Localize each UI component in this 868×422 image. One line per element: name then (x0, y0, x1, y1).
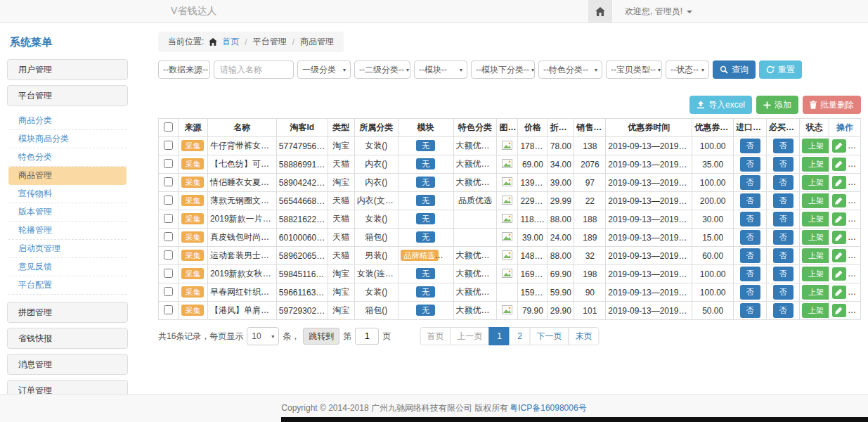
cell-must-buy: 否 (767, 155, 800, 174)
row-checkbox[interactable] (164, 177, 173, 186)
sidebar-item-意见反馈[interactable]: 意见反馈 (8, 258, 127, 276)
row-checkbox[interactable] (164, 159, 173, 168)
page-button-2[interactable]: 2 (510, 327, 531, 345)
status-button[interactable]: 上架 (802, 248, 829, 263)
filter-select-4[interactable]: --二级分类--▾ (354, 60, 410, 79)
must-buy-toggle-button[interactable]: 否 (773, 267, 793, 281)
sidebar-group-3[interactable]: 拼团管理 (7, 302, 128, 323)
must-buy-toggle-button[interactable]: 否 (773, 139, 793, 153)
sidebar-group-1[interactable]: 用户管理 (7, 59, 128, 80)
edit-button[interactable] (832, 158, 846, 171)
sidebar-item-特色分类[interactable]: 特色分类 (8, 148, 127, 167)
module-badge: 无 (416, 177, 435, 188)
edit-button[interactable] (832, 194, 846, 207)
sidebar-item-宣传物料[interactable]: 宣传物料 (8, 185, 127, 203)
status-button[interactable]: 上架 (802, 303, 829, 318)
sidebar-item-商品管理[interactable]: 商品管理 (8, 167, 127, 185)
must-buy-toggle-button[interactable]: 否 (773, 285, 793, 300)
filter-select-label: --二级分类-- (359, 64, 404, 76)
must-buy-toggle-button[interactable]: 否 (773, 212, 793, 226)
cell-must-buy: 否 (767, 283, 800, 302)
import-toggle-button[interactable]: 否 (740, 285, 760, 300)
edit-button[interactable] (832, 231, 846, 244)
row-checkbox[interactable] (164, 232, 173, 241)
import-toggle-button[interactable]: 否 (740, 248, 760, 263)
import-toggle-button[interactable]: 否 (740, 303, 760, 318)
sidebar-item-版本管理[interactable]: 版本管理 (8, 203, 127, 222)
sidebar-group-2[interactable]: 平台管理 (7, 85, 128, 106)
sidebar-item-启动页管理[interactable]: 启动页管理 (8, 240, 127, 258)
import-toggle-button[interactable]: 否 (740, 139, 760, 153)
cell-discount-price: 29.99 (548, 192, 574, 210)
row-checkbox[interactable] (164, 250, 173, 260)
edit-button[interactable] (832, 286, 846, 299)
icp-link[interactable]: 粤ICP备16098006号 (510, 402, 586, 414)
must-buy-toggle-button[interactable]: 否 (773, 303, 793, 318)
batch-delete-button[interactable]: 批量删除 (803, 96, 861, 114)
filter-select-9[interactable]: --状态--▾ (666, 60, 709, 79)
page-button-1[interactable]: 1 (489, 327, 510, 345)
must-buy-toggle-button[interactable]: 否 (773, 175, 793, 190)
import-excel-button[interactable]: 导入excel (689, 96, 752, 114)
user-menu[interactable]: 欢迎您, 管理员! (612, 6, 699, 18)
import-toggle-button[interactable]: 否 (740, 267, 760, 281)
edit-button[interactable] (832, 176, 846, 189)
status-button[interactable]: 上架 (802, 285, 829, 300)
row-checkbox[interactable] (164, 196, 173, 205)
sidebar-item-商品分类[interactable]: 商品分类 (8, 112, 127, 130)
jump-button[interactable]: 跳转到 (303, 328, 339, 345)
search-button[interactable]: 查询 (713, 60, 756, 79)
status-button[interactable]: 上架 (802, 212, 829, 226)
sidebar-item-模块商品分类[interactable]: 模块商品分类 (8, 130, 127, 148)
filter-select-6[interactable]: --模块下分类--▾ (471, 60, 535, 79)
status-button[interactable]: 上架 (802, 139, 829, 153)
select-all-checkbox[interactable] (164, 122, 173, 132)
sidebar-item-轮播管理[interactable]: 轮播管理 (8, 222, 127, 240)
import-toggle-button[interactable]: 否 (740, 157, 760, 172)
row-checkbox[interactable] (164, 214, 173, 223)
edit-button[interactable] (832, 267, 846, 281)
page-button-末页[interactable]: 末页 (569, 327, 600, 345)
import-toggle-button[interactable]: 否 (740, 175, 760, 190)
filter-select-3[interactable]: 一级分类▾ (297, 60, 351, 79)
add-button[interactable]: 添加 (756, 96, 798, 114)
row-checkbox[interactable] (164, 287, 173, 296)
search-name-input[interactable] (214, 60, 294, 79)
row-checkbox[interactable] (164, 305, 173, 314)
page-size-select[interactable]: 10 ▾ (247, 327, 279, 345)
page-button-下一页[interactable]: 下一页 (530, 327, 569, 345)
must-buy-toggle-button[interactable]: 否 (773, 193, 793, 208)
filter-select-7[interactable]: --特色分类--▾ (538, 60, 602, 79)
jump-page-input[interactable] (355, 328, 379, 345)
status-button[interactable]: 上架 (802, 157, 829, 172)
must-buy-toggle-button[interactable]: 否 (773, 248, 793, 263)
edit-button[interactable] (832, 304, 846, 317)
edit-button[interactable] (832, 139, 846, 153)
sidebar-group-5[interactable]: 消息管理 (7, 354, 128, 375)
image-placeholder-icon (502, 177, 512, 186)
must-buy-toggle-button[interactable]: 否 (773, 230, 793, 245)
filter-select-5[interactable]: --模块--▾ (414, 60, 467, 79)
edit-button[interactable] (832, 212, 846, 226)
reset-button[interactable]: 重置 (759, 60, 802, 79)
sidebar-group-6[interactable]: 订单管理 (7, 380, 128, 394)
import-toggle-button[interactable]: 否 (740, 230, 760, 245)
page-button-上一页[interactable]: 上一页 (451, 327, 490, 345)
edit-button[interactable] (832, 249, 846, 262)
import-toggle-button[interactable]: 否 (740, 212, 760, 226)
filter-select-1[interactable]: --数据来源--▾ (158, 60, 210, 79)
home-button[interactable] (588, 0, 612, 23)
row-checkbox[interactable] (164, 141, 173, 150)
sidebar-item-平台配置[interactable]: 平台配置 (8, 276, 127, 295)
status-button[interactable]: 上架 (802, 230, 829, 245)
status-button[interactable]: 上架 (802, 193, 829, 208)
page-button-首页[interactable]: 首页 (420, 327, 451, 345)
import-toggle-button[interactable]: 否 (740, 193, 760, 208)
row-checkbox[interactable] (164, 269, 173, 278)
sidebar-group-4[interactable]: 省钱快报 (7, 328, 128, 349)
must-buy-toggle-button[interactable]: 否 (773, 157, 793, 172)
breadcrumb-home-link[interactable]: 首页 (222, 36, 239, 48)
filter-select-8[interactable]: --宝贝类型--▾ (606, 60, 662, 79)
status-button[interactable]: 上架 (802, 267, 829, 281)
status-button[interactable]: 上架 (802, 175, 829, 190)
